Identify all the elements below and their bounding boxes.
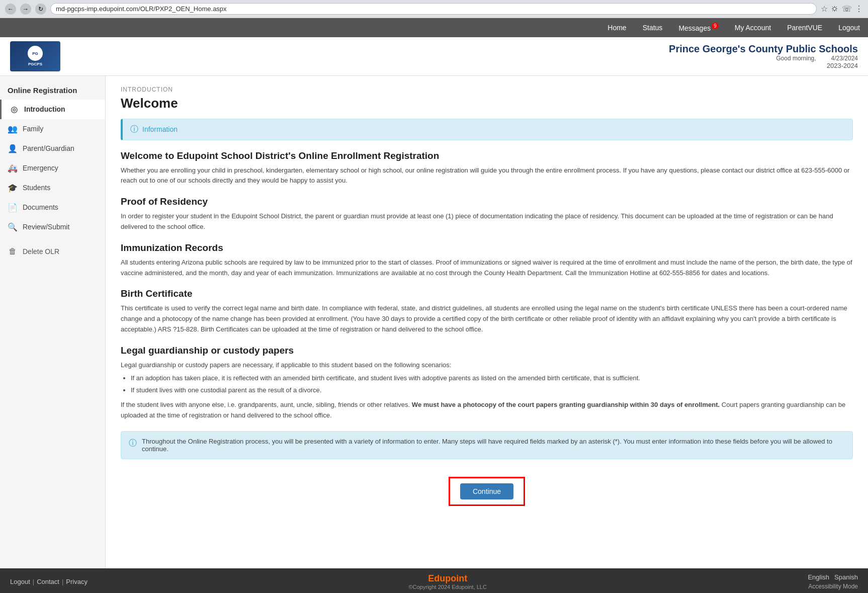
- documents-icon: 📄: [8, 203, 18, 212]
- footer-privacy[interactable]: Privacy: [66, 578, 88, 585]
- emergency-icon: 🚑: [8, 163, 18, 173]
- footer-logout[interactable]: Logout: [10, 578, 30, 585]
- sidebar-item-documents-label: Documents: [23, 203, 58, 211]
- reload-button[interactable]: ↻: [35, 4, 46, 15]
- lang-spanish[interactable]: Spanish: [834, 573, 858, 581]
- sidebar-item-family-label: Family: [23, 125, 43, 133]
- proof-heading: Proof of Residency: [121, 196, 853, 207]
- nav-logout[interactable]: Logout: [830, 19, 868, 37]
- sidebar-item-introduction[interactable]: ◎ Introduction: [0, 100, 105, 119]
- sidebar-item-introduction-label: Introduction: [24, 105, 65, 113]
- breadcrumb: INTRODUCTION: [121, 86, 853, 93]
- sidebar-item-documents[interactable]: 📄 Documents: [0, 198, 105, 217]
- app-nav: Home Status Messages9 My Account ParentV…: [0, 18, 868, 37]
- content-area: INTRODUCTION Welcome ⓘ Information Welco…: [106, 76, 868, 568]
- continue-area: Continue: [121, 469, 853, 514]
- lang-english[interactable]: English: [808, 573, 829, 581]
- site-header: PG PGCPS Prince George's County Public S…: [0, 37, 868, 76]
- sidebar-item-parent-guardian[interactable]: 👤 Parent/Guardian: [0, 139, 105, 158]
- legal-closing-para: If the student lives with anyone else, i…: [121, 400, 853, 421]
- info-icon: ⓘ: [130, 124, 138, 135]
- footer-languages: English Spanish: [808, 573, 858, 581]
- continue-button[interactable]: Continue: [460, 483, 513, 499]
- footer-center: Edupoint ©Copyright 2024 Edupoint, LLC: [408, 573, 486, 590]
- main-layout: Online Registration ◎ Introduction 👥 Fam…: [0, 76, 868, 568]
- bookmark-icon[interactable]: ☆: [821, 4, 828, 14]
- bottom-info-banner: ⓘ Throughout the Online Registration pro…: [121, 431, 853, 459]
- legal-section: Legal guardianship or custody papers Leg…: [121, 345, 853, 421]
- nav-my-account[interactable]: My Account: [727, 19, 779, 37]
- welcome-heading: Welcome to Edupoint School District's On…: [121, 150, 853, 161]
- footer-copyright: ©Copyright 2024 Edupoint, LLC: [408, 584, 486, 590]
- list-item: If student lives with one custodial pare…: [131, 385, 853, 396]
- footer-right: English Spanish Accessibility Mode: [808, 573, 858, 590]
- sidebar-title: Online Registration: [0, 81, 105, 100]
- nav-messages[interactable]: Messages9: [670, 18, 726, 37]
- extensions-icon[interactable]: ⛭: [831, 5, 839, 14]
- site-title-area: Prince George's County Public Schools Go…: [669, 43, 858, 69]
- parent-guardian-icon: 👤: [8, 144, 18, 153]
- back-button[interactable]: ←: [5, 4, 16, 15]
- proof-text: In order to register your student in the…: [121, 211, 853, 232]
- birth-text: This certificate is used to verify the c…: [121, 303, 853, 334]
- immunization-heading: Immunization Records: [121, 242, 853, 253]
- footer-contact[interactable]: Contact: [37, 578, 59, 585]
- bottom-info-icon: ⓘ: [129, 438, 137, 453]
- url-bar[interactable]: [50, 3, 817, 15]
- footer-accessibility[interactable]: Accessibility Mode: [808, 583, 858, 590]
- footer: Logout | Contact | Privacy Edupoint ©Cop…: [0, 568, 868, 593]
- page-title: Welcome: [121, 96, 853, 111]
- logo-image: PG PGCPS: [10, 41, 60, 71]
- sidebar-delete-olr[interactable]: 🗑 Delete OLR: [0, 242, 105, 261]
- site-logo: PG PGCPS: [10, 41, 60, 71]
- sidebar-item-emergency-label: Emergency: [23, 164, 58, 172]
- footer-logo: Edupoint: [428, 573, 467, 584]
- browser-bar: ← → ↻ ☆ ⛭ ☏ ⋮: [0, 0, 868, 18]
- nav-parent-vue[interactable]: ParentVUE: [779, 19, 830, 37]
- welcome-text: Whether you are enrolling your child in …: [121, 165, 853, 187]
- birth-heading: Birth Certificate: [121, 288, 853, 299]
- sidebar-item-parent-guardian-label: Parent/Guardian: [23, 144, 74, 152]
- legal-bullets-list: If an adoption has taken place, it is re…: [121, 373, 853, 396]
- messages-badge: 9: [712, 23, 719, 29]
- immunization-text: All students entering Arizona public sch…: [121, 258, 853, 279]
- review-submit-icon: 🔍: [8, 222, 18, 232]
- immunization-section: Immunization Records All students enteri…: [121, 242, 853, 279]
- sidebar-item-students-label: Students: [23, 184, 50, 192]
- list-item: If an adoption has taken place, it is re…: [131, 373, 853, 384]
- birth-section: Birth Certificate This certificate is us…: [121, 288, 853, 334]
- school-year: 2023-2024: [669, 62, 858, 69]
- welcome-section: Welcome to Edupoint School District's On…: [121, 150, 853, 187]
- bottom-info-text: Throughout the Online Registration proce…: [142, 438, 845, 453]
- footer-links: Logout | Contact | Privacy: [10, 578, 88, 585]
- continue-highlight-box: Continue: [449, 477, 525, 506]
- sidebar-item-family[interactable]: 👥 Family: [0, 119, 105, 139]
- school-name: Prince George's County Public Schools: [669, 43, 858, 55]
- legal-heading: Legal guardianship or custody papers: [121, 345, 853, 356]
- info-link[interactable]: Information: [142, 125, 178, 133]
- nav-status[interactable]: Status: [635, 19, 671, 37]
- greeting-text: Good morning,: [776, 55, 816, 62]
- sidebar-item-review-submit-label: Review/Submit: [23, 223, 69, 231]
- profile-icon[interactable]: ☏: [842, 4, 852, 14]
- forward-button[interactable]: →: [20, 4, 31, 15]
- delete-icon: 🗑: [8, 247, 18, 256]
- info-banner: ⓘ Information: [121, 119, 853, 140]
- family-icon: 👥: [8, 124, 18, 134]
- sidebar-divider: [0, 237, 105, 242]
- sidebar: Online Registration ◎ Introduction 👥 Fam…: [0, 76, 106, 568]
- proof-section: Proof of Residency In order to register …: [121, 196, 853, 232]
- nav-home[interactable]: Home: [599, 19, 634, 37]
- introduction-icon: ◎: [9, 105, 19, 114]
- sidebar-item-review-submit[interactable]: 🔍 Review/Submit: [0, 217, 105, 237]
- menu-icon[interactable]: ⋮: [855, 4, 863, 14]
- header-date: 4/23/2024: [831, 55, 858, 62]
- sidebar-item-students[interactable]: 🎓 Students: [0, 178, 105, 198]
- delete-olr-label: Delete OLR: [23, 247, 59, 256]
- legal-intro-text: Legal guardianship or custody papers are…: [121, 360, 853, 421]
- sidebar-item-emergency[interactable]: 🚑 Emergency: [0, 158, 105, 178]
- students-icon: 🎓: [8, 183, 18, 193]
